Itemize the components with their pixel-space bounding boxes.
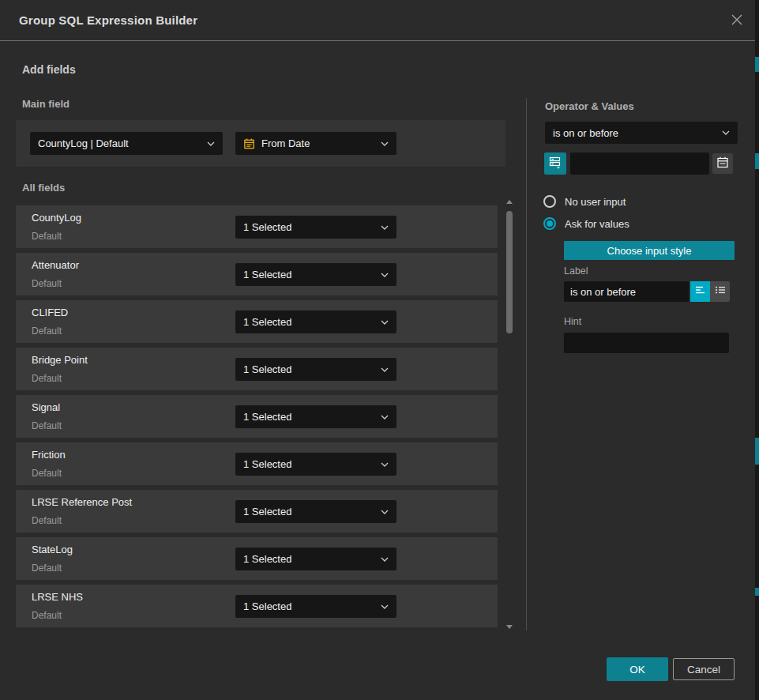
layer-dropdown[interactable]: CountyLog | Default: [30, 132, 223, 155]
field-selection-dropdown[interactable]: 1 Selected: [235, 216, 396, 239]
value-input[interactable]: [570, 152, 709, 175]
selection-count: 1 Selected: [243, 553, 291, 565]
close-button[interactable]: [728, 13, 746, 30]
align-left-icon: [694, 284, 707, 299]
single-line-input-style-button[interactable]: [690, 281, 710, 302]
field-row: CountyLog Default 1 Selected: [16, 205, 498, 248]
field-dropdown-value: From Date: [261, 137, 310, 149]
field-row: StateLog Default 1 Selected: [16, 537, 498, 580]
field-selection-dropdown[interactable]: 1 Selected: [235, 310, 396, 333]
selection-count: 1 Selected: [243, 269, 291, 280]
add-fields-heading: Add fields: [22, 63, 76, 76]
ok-button[interactable]: OK: [607, 657, 668, 681]
date-picker-button[interactable]: [712, 153, 733, 174]
field-selection-dropdown[interactable]: 1 Selected: [235, 453, 396, 476]
label-input[interactable]: [564, 281, 689, 302]
dialog-titlebar: Group SQL Expression Builder: [0, 0, 755, 41]
field-selection-dropdown[interactable]: 1 Selected: [235, 595, 396, 618]
date-calendar-icon: [243, 137, 255, 149]
chevron-down-icon: [207, 141, 215, 146]
operator-dropdown[interactable]: is on or before: [545, 122, 738, 144]
field-name: StateLog: [32, 544, 73, 555]
field-dropdown[interactable]: From Date: [235, 132, 396, 155]
field-name: CLIFED: [32, 307, 68, 318]
radio-no-user-input[interactable]: No user input: [543, 195, 626, 208]
edge-accent: [755, 588, 759, 596]
field-name: LRSE NHS: [32, 591, 83, 603]
selection-count: 1 Selected: [243, 316, 291, 328]
close-icon: [730, 13, 744, 30]
field-subtitle: Default: [32, 278, 62, 289]
selection-count: 1 Selected: [243, 221, 291, 233]
radio-label: No user input: [565, 196, 626, 208]
field-subtitle: Default: [32, 231, 62, 242]
field-name: Attenuator: [32, 259, 79, 271]
field-subtitle: Default: [32, 610, 62, 621]
calendar-icon: [716, 156, 729, 171]
field-selection-dropdown[interactable]: 1 Selected: [235, 358, 396, 381]
main-field-label: Main field: [22, 98, 70, 110]
scrollbar-up-arrow[interactable]: [506, 200, 513, 204]
layer-dropdown-value: CountyLog | Default: [38, 137, 129, 149]
field-name: Friction: [32, 449, 66, 461]
chevron-down-icon: [381, 273, 389, 277]
chevron-down-icon: [381, 604, 389, 609]
field-row: Attenuator Default 1 Selected: [16, 253, 498, 295]
radio-circle-icon: [543, 195, 556, 208]
selection-count: 1 Selected: [243, 411, 291, 423]
field-name: Bridge Point: [32, 354, 88, 366]
chevron-down-icon: [381, 320, 389, 325]
selection-count: 1 Selected: [243, 458, 291, 470]
chevron-down-icon: [381, 415, 389, 420]
field-subtitle: Default: [32, 515, 62, 526]
bullet-list-icon: [714, 284, 727, 299]
field-subtitle: Default: [32, 563, 62, 574]
chevron-down-icon: [381, 367, 389, 372]
selection-count: 1 Selected: [243, 600, 291, 612]
field-subtitle: Default: [32, 326, 62, 337]
edge-accent: [755, 438, 759, 465]
all-fields-label: All fields: [22, 182, 65, 194]
field-selection-dropdown[interactable]: 1 Selected: [235, 500, 396, 523]
choose-input-style-button[interactable]: Choose input style: [564, 241, 735, 260]
chevron-down-icon: [381, 225, 389, 230]
selection-count: 1 Selected: [243, 363, 291, 375]
edge-accent: [755, 153, 759, 169]
hint-input[interactable]: [564, 333, 729, 353]
chevron-down-icon: [381, 141, 389, 146]
chevron-down-icon: [381, 557, 389, 562]
dialog-title: Group SQL Expression Builder: [19, 0, 197, 41]
field-name: Signal: [32, 401, 60, 413]
field-name: LRSE Reference Post: [32, 496, 132, 508]
selection-count: 1 Selected: [243, 506, 291, 517]
field-row: LRSE Reference Post Default 1 Selected: [16, 490, 498, 533]
hint-field-label: Hint: [564, 316, 581, 327]
cancel-button[interactable]: Cancel: [673, 658, 735, 680]
operator-dropdown-value: is on or before: [553, 127, 618, 139]
label-field-label: Label: [564, 265, 588, 277]
chevron-down-icon: [722, 130, 730, 135]
field-row: Signal Default 1 Selected: [16, 395, 498, 438]
field-selection-dropdown[interactable]: 1 Selected: [235, 548, 396, 570]
field-row: CLIFED Default 1 Selected: [16, 300, 498, 343]
panel-divider: [526, 98, 527, 630]
unique-values-icon: [548, 155, 562, 172]
background-app-edge: [755, 0, 759, 700]
main-field-panel: CountyLog | Default From Date: [16, 120, 505, 167]
radio-ask-for-values[interactable]: Ask for values: [543, 217, 629, 230]
field-row: Bridge Point Default 1 Selected: [16, 348, 498, 390]
field-selection-dropdown[interactable]: 1 Selected: [235, 405, 396, 428]
list-input-style-button[interactable]: [710, 281, 730, 302]
edge-accent: [755, 57, 759, 72]
radio-circle-selected-icon: [543, 217, 556, 230]
unique-values-button[interactable]: [544, 152, 566, 175]
field-subtitle: Default: [32, 420, 62, 431]
scrollbar-down-arrow[interactable]: [506, 625, 513, 629]
group-sql-expression-builder-dialog: Group SQL Expression Builder Add fields …: [0, 0, 759, 700]
field-selection-dropdown[interactable]: 1 Selected: [235, 263, 396, 286]
field-subtitle: Default: [32, 468, 62, 479]
scrollbar-thumb[interactable]: [506, 211, 513, 333]
field-subtitle: Default: [32, 373, 62, 384]
radio-label: Ask for values: [565, 218, 629, 230]
field-row: Friction Default 1 Selected: [16, 442, 498, 485]
